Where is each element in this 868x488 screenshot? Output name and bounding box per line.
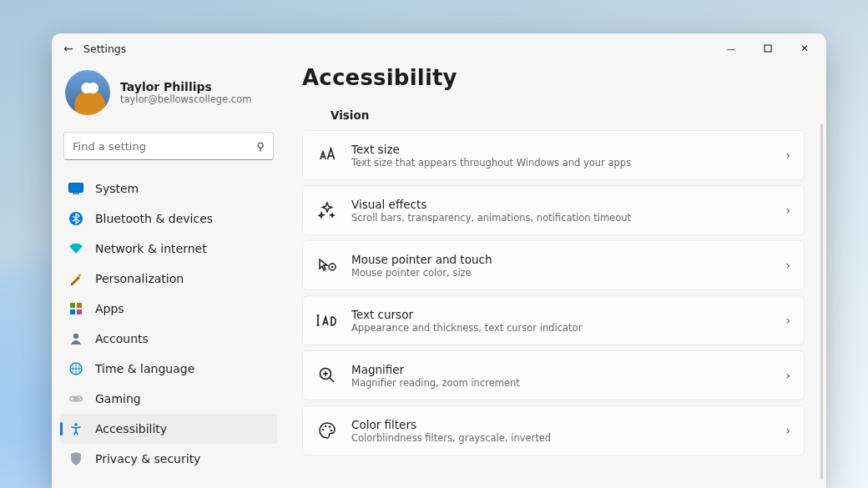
settings-window: ← Settings — ✕ Taylor Phillips taylor@be… — [52, 33, 826, 488]
card-description: Scroll bars, transparency, animations, n… — [351, 212, 785, 224]
card-list: Text sizeText size that appears througho… — [302, 130, 805, 455]
svg-point-14 — [74, 423, 78, 426]
profile-name: Taylor Phillips — [120, 80, 251, 93]
svg-point-18 — [322, 429, 324, 430]
section-label: Vision — [302, 90, 805, 130]
sidebar-item-label: System — [95, 182, 139, 195]
time-icon — [68, 361, 83, 376]
card-description: Magnifier reading, zoom increment — [351, 377, 785, 389]
svg-rect-5 — [70, 303, 75, 308]
magnifier-icon — [316, 365, 338, 386]
chevron-right-icon: › — [785, 424, 790, 437]
page-title: Accessibility — [302, 65, 805, 90]
chevron-right-icon: › — [785, 204, 790, 217]
sidebar-item-label: Gaming — [95, 392, 141, 405]
card-description: Colorblindness filters, grayscale, inver… — [351, 432, 785, 444]
sidebar-item-accounts[interactable]: Accounts — [60, 324, 277, 354]
sidebar-item-label: Bluetooth & devices — [95, 212, 213, 225]
scrollbar[interactable] — [820, 123, 823, 480]
search-icon: ⚲ — [256, 140, 265, 153]
svg-point-12 — [78, 397, 80, 399]
svg-point-13 — [80, 399, 82, 400]
sidebar-item-privacy[interactable]: Privacy & security — [60, 444, 277, 474]
svg-rect-2 — [73, 194, 79, 194]
sidebar-item-label: Time & language — [95, 362, 194, 375]
svg-point-9 — [73, 334, 78, 339]
card-color-filters[interactable]: Color filtersColorblindness filters, gra… — [302, 405, 805, 455]
card-magnifier[interactable]: MagnifierMagnifier reading, zoom increme… — [302, 350, 805, 400]
accounts-icon — [68, 331, 83, 346]
sidebar-item-label: Accounts — [95, 332, 149, 345]
privacy-icon — [68, 451, 83, 466]
back-button[interactable]: ← — [55, 42, 82, 55]
sidebar-item-time[interactable]: Time & language — [60, 354, 277, 384]
bluetooth-icon — [68, 211, 83, 226]
card-title: Text size — [351, 143, 785, 156]
close-button[interactable]: ✕ — [786, 33, 823, 63]
profile-block[interactable]: Taylor Phillips taylor@bellowscollege.co… — [60, 65, 277, 125]
card-description: Appearance and thickness, text cursor in… — [351, 322, 785, 334]
sidebar: Taylor Phillips taylor@bellowscollege.co… — [52, 63, 285, 488]
visual-effects-icon — [316, 199, 338, 221]
sidebar-item-gaming[interactable]: Gaming — [60, 384, 277, 414]
chevron-right-icon: › — [785, 369, 790, 382]
card-title: Text cursor — [351, 308, 785, 321]
color-filters-icon — [316, 420, 338, 441]
system-icon — [68, 181, 83, 196]
card-pointer-touch[interactable]: Mouse pointer and touchMouse pointer col… — [302, 240, 805, 290]
svg-rect-8 — [77, 309, 82, 314]
sidebar-item-apps[interactable]: Apps — [60, 294, 277, 324]
text-size-icon — [316, 144, 338, 166]
network-icon — [68, 241, 83, 256]
gaming-icon — [68, 391, 83, 406]
svg-rect-4 — [78, 274, 82, 277]
maximize-button[interactable] — [749, 33, 786, 63]
card-title: Color filters — [351, 418, 785, 431]
profile-email: taylor@bellowscollege.com — [120, 93, 251, 105]
titlebar: ← Settings — ✕ — [52, 33, 826, 63]
search-input[interactable]: Find a setting ⚲ — [63, 132, 274, 160]
card-title: Mouse pointer and touch — [351, 253, 785, 266]
sidebar-item-label: Network & internet — [95, 242, 207, 255]
sidebar-item-bluetooth[interactable]: Bluetooth & devices — [60, 204, 277, 234]
apps-icon — [68, 301, 83, 316]
text-cursor-icon — [316, 309, 338, 331]
avatar — [65, 70, 110, 115]
svg-rect-6 — [77, 303, 82, 308]
svg-rect-7 — [70, 309, 75, 314]
sidebar-item-accessibility[interactable]: Accessibility — [60, 414, 277, 444]
main-panel: Accessibility Vision Text sizeText size … — [285, 63, 826, 488]
card-text-cursor[interactable]: Text cursorAppearance and thickness, tex… — [302, 295, 805, 345]
svg-point-19 — [325, 425, 326, 427]
svg-rect-1 — [69, 184, 83, 193]
card-description: Text size that appears throughout Window… — [351, 157, 785, 169]
sidebar-item-label: Accessibility — [95, 422, 167, 435]
card-text-size[interactable]: Text sizeText size that appears througho… — [302, 130, 805, 180]
svg-point-21 — [331, 430, 332, 431]
card-title: Magnifier — [351, 363, 785, 376]
card-title: Visual effects — [351, 198, 785, 211]
sidebar-item-label: Privacy & security — [95, 452, 200, 465]
personalization-icon — [68, 271, 83, 286]
chevron-right-icon: › — [785, 314, 790, 327]
svg-rect-0 — [765, 45, 771, 52]
chevron-right-icon: › — [785, 148, 790, 162]
svg-point-16 — [331, 266, 334, 269]
sidebar-item-system[interactable]: System — [60, 174, 277, 204]
chevron-right-icon: › — [785, 259, 790, 272]
sidebar-item-network[interactable]: Network & internet — [60, 234, 277, 264]
card-description: Mouse pointer color, size — [351, 267, 785, 279]
window-title: Settings — [82, 43, 126, 55]
sidebar-item-personalization[interactable]: Personalization — [60, 264, 277, 294]
sidebar-item-label: Personalization — [95, 272, 184, 285]
card-visual-effects[interactable]: Visual effectsScroll bars, transparency,… — [302, 185, 805, 235]
sidebar-item-label: Apps — [95, 302, 124, 315]
pointer-touch-icon — [316, 254, 338, 276]
search-placeholder: Find a setting — [73, 140, 256, 153]
svg-point-20 — [329, 425, 331, 427]
nav-list: SystemBluetooth & devicesNetwork & inter… — [60, 172, 277, 475]
accessibility-icon — [68, 421, 83, 436]
minimize-button[interactable]: — — [713, 33, 749, 63]
